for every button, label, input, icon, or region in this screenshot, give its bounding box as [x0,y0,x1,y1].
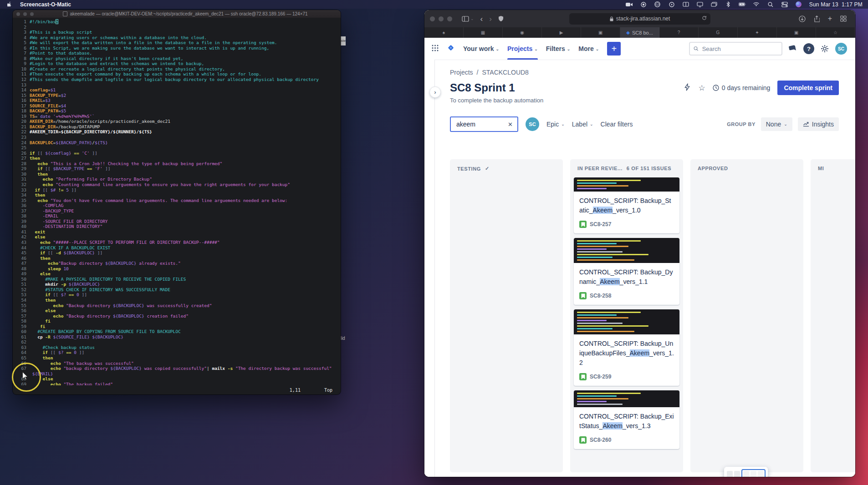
jira-logo-icon[interactable] [447,44,455,54]
control-center-icon[interactable] [781,1,788,8]
siri-icon[interactable] [795,1,802,8]
browser-tab[interactable]: ? [659,27,699,38]
browser-toolbar[interactable]: ⌄ ‹ › stack-jira.atlassian.net + [424,10,855,27]
terminal-code-line: 12#This sends the dumpfile and logfile i… [16,77,339,82]
settings-gear-icon[interactable] [821,45,829,53]
terminal-code-area[interactable]: 1#!/bin/bash23#This is a backup script4#… [16,19,339,385]
nav-filters[interactable]: Filters⌄ [546,38,571,60]
browser-tab[interactable]: G [699,27,738,38]
forward-button[interactable]: › [489,15,492,23]
new-tab-icon[interactable]: + [828,15,832,23]
nav-projects[interactable]: Projects⌄ [507,38,538,60]
breadcrumb: Projects / STACKCLOUD8 [450,69,855,76]
label-filter-dropdown[interactable]: Label⌄ [572,121,593,128]
mission-control-icon[interactable] [710,1,718,8]
minimize-window-button[interactable] [439,16,444,21]
spotlight-icon[interactable] [767,1,774,8]
group-by-dropdown[interactable]: None⌄ [761,117,792,131]
terminal-code-line: 16EMAIL=$3 [16,98,339,103]
star-icon[interactable]: ☆ [699,83,705,93]
creative-cloud-icon[interactable] [654,1,661,8]
nav-your-work[interactable]: Your work⌄ [463,38,499,60]
line-number: 44 [16,245,26,251]
tab-overview-icon[interactable] [840,15,847,22]
terminal-code-line: 40 -DESTINATION DIRECTORY" [16,224,339,229]
complete-sprint-button[interactable]: Complete sprint [777,81,839,95]
epic-filter-dropdown[interactable]: Epic⌄ [546,121,565,128]
line-number: 49 [16,271,26,277]
zoom-window-button[interactable] [447,16,452,21]
sidecar-icon[interactable] [682,1,689,8]
assignee-avatar[interactable]: SC [526,117,539,131]
expand-sidebar-button[interactable]: › [429,86,441,98]
terminal-code-line: 34 then [16,192,339,198]
address-bar[interactable]: stack-jira.atlassian.net [569,13,710,25]
zoom-window-button[interactable] [30,12,34,16]
minimize-window-button[interactable] [23,12,27,16]
line-number: 63 [16,345,26,350]
user-avatar[interactable]: SC [835,43,847,55]
minimap-viewport[interactable] [741,469,766,477]
clear-search-icon[interactable]: ✕ [508,121,513,128]
issue-card[interactable]: CONTROL_SCRIPT: Backup_Static_Akeem_vers… [574,177,679,233]
app-switcher-icon[interactable] [432,45,439,53]
share-icon[interactable] [814,15,820,22]
terminal-code-line: 67 echo "backup directory ${BACKUPLOC} w… [16,366,339,371]
issue-card[interactable]: CONTROL_SCRIPT: Backup_ExitStatus_Akeem_… [574,390,679,449]
create-issue-button[interactable]: + [607,42,621,56]
menu-bar-app-name[interactable]: Screencast-O-Matic [20,1,71,8]
line-number: 8 [16,56,26,61]
terminal-code-line: 6#In this Script, we are making sure the… [16,45,339,51]
play-circle-icon[interactable] [668,1,675,8]
browser-tab-active[interactable]: ◆SC8 bo... [620,27,659,38]
browser-tab[interactable]: ◉ [503,27,542,38]
insights-button[interactable]: Insights [798,117,839,131]
sidebar-toggle-icon[interactable] [462,16,469,22]
line-number: 23 [16,135,26,140]
browser-tab[interactable]: ▶ [542,27,581,38]
reload-icon[interactable] [702,15,707,22]
breadcrumb-project-link[interactable]: STACKCLOUD8 [482,69,528,76]
global-search-input[interactable] [689,42,782,56]
issue-card[interactable]: CONTROL_SCRIPT: Backup_UniqueBackupFiles… [574,309,679,386]
terminal-code-line: 46 then [16,256,339,261]
play-icon: ▶ [560,30,563,35]
browser-tab[interactable]: ♠ [424,27,464,38]
browser-tab[interactable]: ✦ [738,27,777,38]
issue-card[interactable]: CONTROL_SCRIPT: Backup_Dynamic_Akeem_ver… [574,238,679,305]
apple-menu-icon[interactable] [6,1,14,8]
record-icon[interactable] [640,1,647,8]
terminal-code-line: 61 cp -R ${SOURCE_FILE} ${BACKUPLOC} [16,334,339,340]
terminal-code-line: 49 else [16,271,339,277]
automation-bolt-icon[interactable] [684,83,691,93]
line-number: 53 [16,292,26,298]
browser-tab[interactable]: ☆ [816,27,855,38]
browser-tab[interactable]: ▣ [777,27,816,38]
document-proxy-icon [63,11,67,16]
display-icon[interactable] [696,1,704,8]
nav-more[interactable]: More⌄ [578,38,599,60]
downloads-icon[interactable] [799,15,806,22]
terminal-code-line: 36 -COMFLAG [16,203,339,208]
board-minimap[interactable] [724,467,768,477]
menu-bar-clock[interactable]: Sun Mar 13 1:17 PM [809,1,863,8]
close-window-button[interactable] [430,16,435,21]
battery-icon [739,1,746,8]
browser-tab[interactable]: ▦ [464,27,503,38]
help-icon[interactable]: ? [803,43,814,54]
terminal-title-bar[interactable]: akeemalade — oracle@MKIT-DEV-OEM:~/scrip… [13,10,341,18]
bluetooth-icon[interactable] [725,1,732,8]
browser-tab[interactable]: ▣ [581,27,620,38]
sidebar-chevron-icon[interactable]: ⌄ [470,16,474,21]
wifi-icon[interactable] [753,1,760,8]
back-button[interactable]: ‹ [480,15,483,23]
breadcrumb-projects-link[interactable]: Projects [450,69,473,76]
close-window-button[interactable] [16,12,20,16]
issue-card-title: CONTROL_SCRIPT: Backup_Static_Akeem_vers… [579,196,674,215]
video-camera-icon[interactable] [626,1,633,8]
board-search-input[interactable]: ✕ [450,116,518,132]
search-match-highlight: Akeem [593,207,613,214]
notifications-icon[interactable] [789,45,797,53]
privacy-shield-icon[interactable] [498,15,504,22]
clear-filters-link[interactable]: Clear filters [601,121,633,128]
